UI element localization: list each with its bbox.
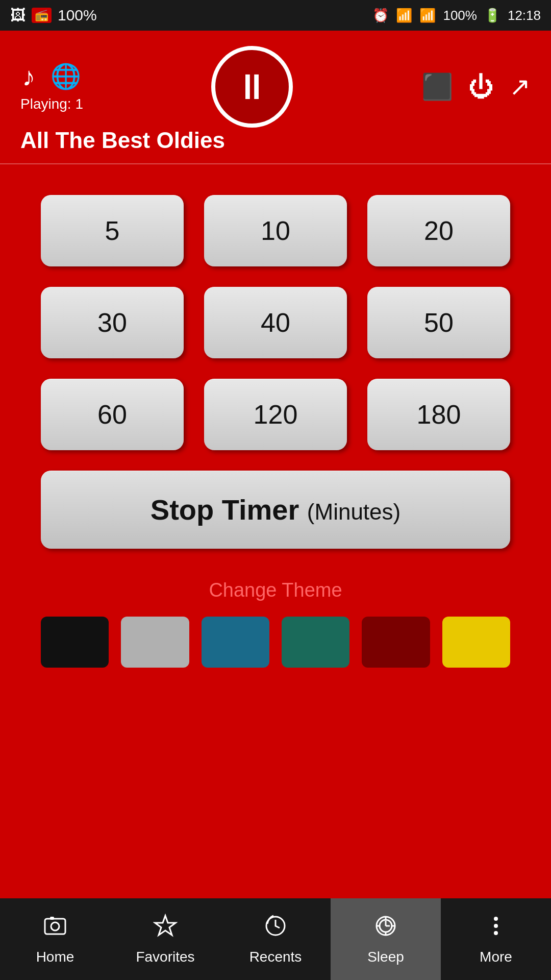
battery-label: 100% — [443, 8, 477, 23]
home-icon — [43, 914, 67, 944]
signal-icon: 📶 — [419, 8, 436, 23]
svg-point-13 — [494, 917, 498, 921]
theme-swatch-yellow[interactable] — [442, 617, 510, 668]
wifi-icon: 📶 — [396, 8, 412, 23]
nav-favorites-label: Favorites — [136, 949, 194, 965]
signal-number: 100% — [58, 7, 97, 24]
favorites-icon — [153, 914, 178, 944]
timer-btn-120[interactable]: 120 — [204, 379, 347, 450]
recents-icon — [263, 914, 288, 944]
status-right: ⏰ 📶 📶 100% 🔋 12:18 — [372, 8, 541, 23]
station-name: All The Best Oldies — [20, 128, 225, 153]
bottom-nav: Home Favorites Recents — [0, 898, 551, 980]
svg-point-1 — [51, 922, 59, 930]
timer-btn-60[interactable]: 60 — [41, 379, 184, 450]
battery-icon: 🔋 — [484, 8, 500, 23]
svg-marker-3 — [155, 916, 176, 935]
player-right: ⬛ ⏻ ↗ — [421, 72, 531, 102]
pause-icon: ⏸ — [234, 69, 270, 105]
theme-swatches — [41, 617, 510, 668]
nav-sleep-label: Sleep — [367, 949, 404, 965]
status-bar: 🖼 📻 100% ⏰ 📶 📶 100% 🔋 12:18 — [0, 0, 551, 31]
share-icon[interactable]: ↗ — [509, 72, 531, 102]
timer-btn-20[interactable]: 20 — [367, 195, 510, 266]
player-left: ♪ 🌐 Playing: 1 — [20, 61, 83, 112]
nav-more[interactable]: More — [441, 898, 551, 980]
timer-btn-10[interactable]: 10 — [204, 195, 347, 266]
clock-label: 12:18 — [508, 8, 541, 23]
nav-more-label: More — [480, 949, 512, 965]
timer-btn-180[interactable]: 180 — [367, 379, 510, 450]
stop-icon[interactable]: ⬛ — [421, 72, 453, 102]
svg-rect-2 — [50, 917, 54, 920]
nav-sleep[interactable]: Sleep — [331, 898, 441, 980]
timer-grid: 5 10 20 30 40 50 60 120 180 — [41, 195, 510, 450]
music-icon[interactable]: ♪ — [22, 61, 35, 92]
power-icon[interactable]: ⏻ — [468, 72, 494, 102]
theme-swatch-blue[interactable] — [202, 617, 269, 668]
nav-favorites[interactable]: Favorites — [110, 898, 220, 980]
top-controls: ♪ 🌐 Playing: 1 ⏸ ⬛ ⏻ ↗ — [20, 46, 531, 128]
pause-button[interactable]: ⏸ — [211, 46, 293, 128]
timer-btn-40[interactable]: 40 — [204, 287, 347, 358]
more-icon — [484, 914, 508, 944]
radio-icon: 📻 — [32, 8, 52, 23]
nav-home-label: Home — [36, 949, 74, 965]
theme-swatch-darkred[interactable] — [362, 617, 430, 668]
svg-point-14 — [494, 924, 498, 928]
player-area: ♪ 🌐 Playing: 1 ⏸ ⬛ ⏻ ↗ All The Best Oldi… — [0, 31, 551, 163]
globe-icon[interactable]: 🌐 — [51, 62, 81, 91]
svg-point-15 — [494, 931, 498, 935]
photo-icon: 🖼 — [10, 7, 26, 24]
alarm-icon: ⏰ — [372, 8, 389, 23]
svg-rect-0 — [45, 919, 65, 934]
theme-swatch-teal[interactable] — [282, 617, 349, 668]
timer-btn-5[interactable]: 5 — [41, 195, 184, 266]
playing-label: Playing: 1 — [20, 96, 83, 112]
status-left: 🖼 📻 100% — [10, 7, 97, 24]
change-theme-label: Change Theme — [41, 579, 510, 601]
nav-recents[interactable]: Recents — [220, 898, 331, 980]
main-content: 5 10 20 30 40 50 60 120 180 Stop Timer (… — [0, 164, 551, 688]
stop-timer-button[interactable]: Stop Timer (Minutes) — [41, 471, 510, 549]
sleep-icon — [373, 914, 398, 944]
nav-home[interactable]: Home — [0, 898, 110, 980]
theme-swatch-black[interactable] — [41, 617, 109, 668]
theme-swatch-gray[interactable] — [121, 617, 189, 668]
nav-recents-label: Recents — [249, 949, 302, 965]
timer-btn-50[interactable]: 50 — [367, 287, 510, 358]
timer-btn-30[interactable]: 30 — [41, 287, 184, 358]
